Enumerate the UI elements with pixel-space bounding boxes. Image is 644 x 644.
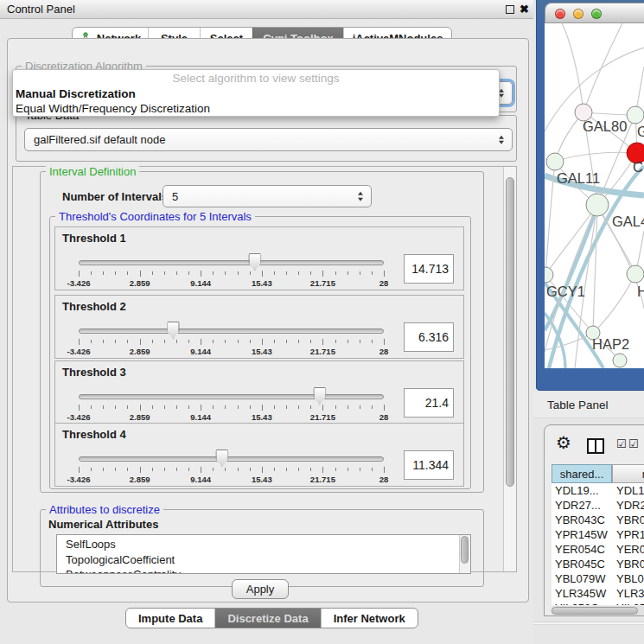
cell-name[interactable]: YLR345W <box>612 586 644 601</box>
numerical-attributes-list[interactable]: SelfLoopsTopologicalCoefficientBetweenne… <box>56 534 471 574</box>
cell-shared-name[interactable]: YDL19... <box>552 483 612 498</box>
network-node[interactable] <box>613 354 627 367</box>
zoom-traffic-light[interactable] <box>591 9 602 19</box>
table-body[interactable]: YDL19...YDL19...YDR27...YDR27...YBR043CY… <box>552 483 644 605</box>
threshold-slider[interactable]: -3.4262.8599.14415.4321.71528 <box>79 296 384 358</box>
column-header-name[interactable]: n <box>612 464 644 483</box>
slider-tick <box>201 339 201 345</box>
close-icon[interactable]: ✖ <box>520 3 529 16</box>
minimize-traffic-light[interactable] <box>573 9 583 19</box>
attribute-item[interactable]: SelfLoops <box>66 537 470 552</box>
horizontal-scrollbar[interactable] <box>551 606 644 615</box>
table-row[interactable]: YER054CYER054C <box>552 542 644 557</box>
slider-thumb[interactable] <box>313 387 326 405</box>
network-window-titlebar[interactable] <box>545 3 644 23</box>
table-row[interactable]: YIL052CYIL052C <box>552 601 644 605</box>
slider-thumb[interactable] <box>248 253 261 271</box>
cell-name[interactable]: YDL19... <box>612 483 644 498</box>
cell-name[interactable]: YER054C <box>612 542 644 557</box>
table-row[interactable]: YDL19...YDL19... <box>552 483 644 498</box>
scrollbar-thumb[interactable] <box>461 536 469 564</box>
apply-button[interactable]: Apply <box>232 579 289 599</box>
table-row[interactable]: YDR27...YDR27... <box>552 498 644 513</box>
network-node[interactable] <box>627 106 644 124</box>
tab-infer-network[interactable]: Infer Network <box>321 609 418 628</box>
cell-name[interactable]: YPR145W <box>612 527 644 542</box>
slider-tick <box>274 468 275 471</box>
cell-name[interactable]: YIL052C <box>612 601 644 605</box>
slider-tick <box>152 271 153 275</box>
checkbox-icon[interactable]: ☑ <box>616 437 627 450</box>
slider-tick <box>384 405 385 411</box>
tab-discretize-data[interactable]: Discretize Data <box>214 609 320 628</box>
cell-shared-name[interactable]: YBL079W <box>552 571 612 586</box>
network-node[interactable] <box>627 265 644 283</box>
network-node[interactable] <box>586 194 609 216</box>
checkbox-icon[interactable]: ☑ <box>628 437 639 450</box>
network-view-window: GAL80GALCGAL11GAL4GCY1HHAP2 <box>536 0 644 391</box>
slider-scale-label: 9.144 <box>190 475 211 484</box>
vertical-scrollbar[interactable] <box>503 167 516 571</box>
cell-name[interactable]: YBR043C <box>612 513 644 527</box>
cell-shared-name[interactable]: YIL052C <box>552 601 612 605</box>
threshold-value-field[interactable]: 14.713 <box>404 254 454 284</box>
table-row[interactable]: YPR145WYPR145W <box>552 527 644 542</box>
cell-shared-name[interactable]: YER054C <box>552 542 612 557</box>
scrollbar-thumb[interactable] <box>552 607 638 615</box>
slider-tick <box>360 405 360 409</box>
tab-impute-data[interactable]: Impute Data <box>126 609 214 628</box>
network-node[interactable] <box>546 153 564 170</box>
threshold-slider[interactable]: -3.4262.8599.14415.4321.71528 <box>79 227 384 290</box>
threshold-value-field[interactable]: 21.4 <box>404 388 454 418</box>
slider-track[interactable] <box>79 328 384 334</box>
scrollbar-thumb[interactable] <box>506 177 514 487</box>
cell-name[interactable]: YBR045C <box>612 557 644 571</box>
slider-tick <box>176 468 177 471</box>
float-window-icon[interactable] <box>506 5 514 14</box>
list-vertical-scrollbar[interactable] <box>459 535 470 573</box>
table-row[interactable]: YBR045CYBR045C <box>552 557 644 571</box>
slider-tick <box>360 468 360 471</box>
table-row[interactable]: YBR043CYBR043C <box>552 513 644 527</box>
network-canvas[interactable]: GAL80GALCGAL11GAL4GCY1HHAP2 <box>545 23 644 368</box>
cell-shared-name[interactable]: YPR145W <box>552 527 612 542</box>
slider-tick <box>127 271 128 275</box>
cell-name[interactable]: YDR27... <box>612 498 644 513</box>
attribute-item[interactable]: TopologicalCoefficient <box>66 552 470 568</box>
slider-thumb[interactable] <box>215 450 228 467</box>
cell-shared-name[interactable]: YBR043C <box>552 513 612 527</box>
slider-scale-label: 28 <box>379 475 389 484</box>
stepper-arrows-icon <box>358 192 363 201</box>
cell-shared-name[interactable]: YLR345W <box>552 586 612 601</box>
table-row[interactable]: YLR345WYLR345W <box>552 586 644 601</box>
slider-thumb[interactable] <box>167 322 180 339</box>
attribute-item[interactable]: BetweennessCentrality <box>66 567 470 574</box>
slider-track[interactable] <box>79 456 384 462</box>
cell-shared-name[interactable]: YDR27... <box>552 498 612 513</box>
threshold-slider[interactable]: -3.4262.8599.14415.4321.71528 <box>79 361 384 424</box>
threshold-value-field[interactable]: 11.344 <box>404 450 454 480</box>
dropdown-option-manual[interactable]: Manual Discretization <box>13 86 499 101</box>
node-label: GCY1 <box>546 284 585 299</box>
slider-track[interactable] <box>79 260 384 265</box>
close-traffic-light[interactable] <box>555 9 565 19</box>
dropdown-option-equal-width[interactable]: Equal Width/Frequency Discretization <box>13 101 499 116</box>
cell-name[interactable]: YBL079W <box>612 571 644 586</box>
node-label: GAL11 <box>557 170 600 186</box>
threshold-value-field[interactable]: 6.316 <box>404 322 454 352</box>
bottom-tab-bar: Impute Data Discretize Data Infer Networ… <box>125 608 418 628</box>
network-node[interactable] <box>545 267 553 283</box>
number-of-intervals-combobox[interactable]: 5 <box>163 185 372 207</box>
slider-tick <box>152 405 153 409</box>
column-header-shared-name[interactable]: shared... <box>552 464 612 483</box>
table-data-combobox[interactable]: galFiltered.sif default node <box>24 128 513 151</box>
table-row[interactable]: YBL079WYBL079W <box>552 571 644 586</box>
slider-track[interactable] <box>79 394 384 399</box>
cell-shared-name[interactable]: YBR045C <box>552 557 612 571</box>
columns-icon[interactable] <box>587 438 604 454</box>
slider-scale-label: -3.426 <box>67 475 91 484</box>
slider-tick <box>140 405 141 411</box>
threshold-slider[interactable]: -3.4262.8599.14415.4321.71528 <box>79 424 384 486</box>
gear-icon[interactable]: ⚙ <box>556 434 571 451</box>
slider-tick <box>164 271 165 275</box>
